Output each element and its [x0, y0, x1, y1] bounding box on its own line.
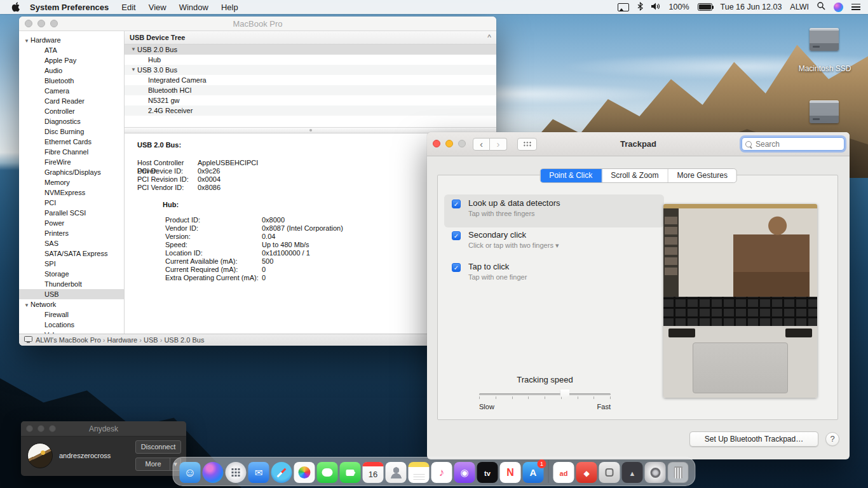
zoom-button[interactable]	[49, 425, 56, 432]
tree-row-bluetooth-hci[interactable]: Bluetooth HCI	[125, 85, 496, 95]
screen-mirroring-icon[interactable]	[618, 3, 629, 11]
sidebar-item-locations[interactable]: Locations	[19, 320, 124, 330]
dock-icon-notes[interactable]	[409, 462, 430, 483]
slider-track[interactable]	[479, 393, 611, 395]
sidebar-item-fibre-channel[interactable]: Fibre Channel	[19, 147, 124, 157]
option-look-up-data-detectors[interactable]: Look up & data detectors Tap with three …	[447, 196, 660, 226]
sidebar-item-hardware[interactable]: ▼Hardware	[19, 35, 124, 45]
forward-button[interactable]	[490, 138, 507, 151]
option-tap-to-click[interactable]: Tap to click Tap with one finger	[447, 260, 660, 289]
sidebar-item-ata[interactable]: ATA	[19, 45, 124, 55]
checkbox[interactable]	[452, 200, 461, 208]
dock-icon-news[interactable]	[500, 462, 521, 483]
crumb-usb-2-0-bus[interactable]: USB 2.0 Bus	[164, 336, 204, 344]
crumb-usb[interactable]: USB	[144, 336, 164, 344]
menu-window[interactable]: Window	[179, 3, 208, 12]
sidebar-item-apple-pay[interactable]: Apple Pay	[19, 55, 124, 65]
crumb-alwi-s-macbook-pro[interactable]: ALWI's MacBook Pro	[36, 336, 107, 344]
tree-row-integrated-camera[interactable]: Integrated Camera	[125, 75, 496, 85]
sidebar-item-firewall[interactable]: Firewall	[19, 309, 124, 320]
notification-center-icon[interactable]	[851, 4, 860, 10]
dock-icon-finder[interactable]	[180, 462, 201, 483]
dock-icon-app-red[interactable]	[576, 462, 597, 483]
checkbox[interactable]	[452, 263, 461, 272]
sidebar-item-audio[interactable]: Audio	[19, 65, 124, 76]
sidebar-item-thunderbolt[interactable]: Thunderbolt	[19, 279, 124, 289]
sidebar-item-sata-sata-express[interactable]: SATA/SATA Express	[19, 248, 124, 259]
dock-icon-calendar[interactable]: 16	[363, 462, 384, 483]
dock-icon-tv[interactable]	[477, 462, 498, 483]
sidebar-item-spi[interactable]: SPI	[19, 259, 124, 269]
option-secondary-click[interactable]: Secondary click Click or tap with two fi…	[447, 228, 660, 257]
disclosure-triangle-icon[interactable]: ▼	[131, 65, 137, 75]
sidebar-item-controller[interactable]: Controller	[19, 106, 124, 116]
menu-help[interactable]: Help	[221, 3, 238, 12]
menu-view[interactable]: View	[149, 3, 166, 12]
macintosh-ssd-drive-icon[interactable]	[810, 28, 839, 51]
search-input[interactable]	[754, 139, 841, 149]
zoom-button[interactable]	[50, 20, 58, 27]
volume-icon[interactable]	[651, 3, 661, 12]
trackpad-titlebar[interactable]: Trackpad	[427, 132, 850, 156]
tree-row-hub[interactable]: Hub	[125, 55, 496, 65]
sidebar-item-network[interactable]: ▼Network	[19, 299, 124, 309]
dock-icon-trash[interactable]	[668, 462, 689, 483]
sidebar-item-camera[interactable]: Camera	[19, 86, 124, 96]
disclosure-triangle-icon[interactable]	[142, 95, 148, 105]
disclosure-triangle-icon[interactable]	[142, 75, 148, 85]
dock-icon-messages[interactable]	[317, 462, 338, 483]
battery-icon[interactable]	[698, 3, 712, 11]
bluetooth-icon[interactable]	[637, 2, 643, 13]
dock-icon-siri[interactable]	[203, 462, 224, 483]
show-all-button[interactable]	[517, 138, 537, 151]
dock-icon-podcasts[interactable]	[454, 462, 475, 483]
tree-row-n5321-gw[interactable]: N5321 gw	[125, 95, 496, 105]
sidebar-item-card-reader[interactable]: Card Reader	[19, 96, 124, 106]
sidebar-item-pci[interactable]: PCI	[19, 198, 124, 208]
tracking-speed-slider[interactable]	[479, 389, 611, 400]
tab-point-click[interactable]: Point & Click	[540, 169, 602, 182]
minimize-button[interactable]	[37, 425, 44, 432]
dock-icon-system-preferences[interactable]	[645, 462, 666, 483]
dock-icon-app-store[interactable]: 1	[523, 462, 544, 483]
sysinfo-titlebar[interactable]: MacBook Pro	[19, 17, 496, 31]
option-sublabel[interactable]: Click or tap with two fingers ▾	[468, 241, 559, 250]
anydesk-titlebar[interactable]: Anydesk	[21, 421, 186, 437]
back-button[interactable]	[473, 138, 490, 151]
dock-icon-anydesk[interactable]	[553, 462, 574, 483]
minimize-button[interactable]	[37, 20, 45, 27]
tab-more-gestures[interactable]: More Gestures	[668, 169, 736, 182]
user-menu[interactable]: ALWI	[790, 3, 809, 11]
sidebar-item-nvmexpress[interactable]: NVMExpress	[19, 187, 124, 198]
sidebar-item-sas[interactable]: SAS	[19, 238, 124, 248]
dock-icon-automator[interactable]	[599, 462, 620, 483]
tree-row-usb-3-0-bus[interactable]: ▼USB 3.0 Bus	[125, 65, 496, 75]
menu-edit[interactable]: Edit	[121, 3, 135, 12]
sidebar-item-parallel-scsi[interactable]: Parallel SCSI	[19, 208, 124, 218]
disclosure-triangle-icon[interactable]	[142, 85, 148, 95]
sidebar-item-memory[interactable]: Memory	[19, 177, 124, 187]
crumb-hardware[interactable]: Hardware	[107, 336, 144, 344]
help-button[interactable]: ?	[825, 432, 839, 446]
sidebar-item-graphics-displays[interactable]: Graphics/Displays	[19, 167, 124, 177]
tab-scroll-zoom[interactable]: Scroll & Zoom	[602, 169, 668, 182]
dock-icon-app-dark[interactable]	[622, 462, 643, 483]
dock-icon-safari[interactable]	[271, 462, 292, 483]
checkbox[interactable]	[452, 231, 461, 240]
dock-icon-mail[interactable]	[248, 462, 269, 483]
sidebar-item-storage[interactable]: Storage	[19, 269, 124, 279]
dock-icon-music[interactable]	[431, 462, 452, 483]
dock-icon-contacts[interactable]	[386, 462, 407, 483]
search-field[interactable]	[742, 137, 844, 151]
tree-row-2-4g-receiver[interactable]: 2.4G Receiver	[125, 105, 496, 116]
disclosure-triangle-icon[interactable]: ▼	[131, 44, 137, 55]
option-sublabel[interactable]: Tap with one finger	[468, 273, 527, 281]
spotlight-icon[interactable]	[817, 2, 825, 12]
app-menu-title[interactable]: System Preferences	[30, 3, 109, 12]
dock-icon-photos[interactable]	[294, 462, 315, 483]
disconnect-button[interactable]: Disconnect	[135, 440, 181, 454]
sidebar-item-disc-burning[interactable]: Disc Burning	[19, 126, 124, 137]
sidebar-item-ethernet-cards[interactable]: Ethernet Cards	[19, 137, 124, 147]
external-drive-icon[interactable]	[810, 100, 839, 123]
disclosure-triangle-icon[interactable]	[142, 55, 148, 65]
